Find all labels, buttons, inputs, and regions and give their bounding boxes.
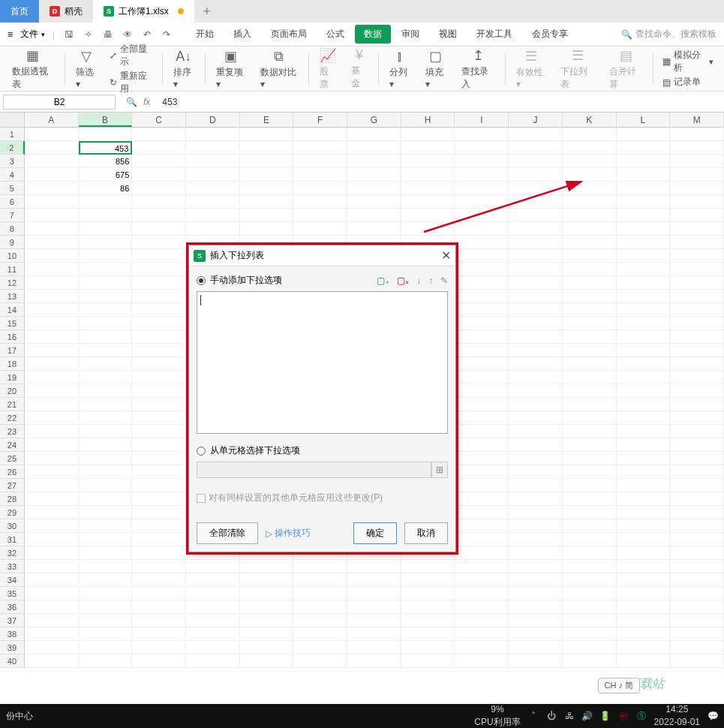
cell[interactable] [670, 263, 724, 276]
name-box[interactable]: B2 [3, 95, 116, 110]
cell[interactable] [617, 614, 671, 627]
apply-same-checkbox[interactable]: 对有同样设置的其他单元格应用这些更改(P) [197, 492, 448, 504]
cell[interactable] [347, 614, 401, 627]
fund-button[interactable]: ¥基金 [345, 50, 374, 88]
cell[interactable] [455, 317, 509, 330]
cell[interactable] [509, 209, 563, 222]
cell[interactable] [509, 398, 563, 411]
row-header[interactable]: 6 [0, 195, 25, 209]
row-header[interactable]: 16 [0, 330, 25, 344]
cell[interactable] [132, 290, 186, 303]
cell[interactable] [455, 425, 509, 438]
row-header[interactable]: 9 [0, 236, 25, 249]
row-header[interactable]: 38 [0, 627, 25, 641]
cell[interactable] [563, 222, 617, 236]
delete-option-icon[interactable]: ▢ₓ [397, 275, 409, 286]
cell[interactable] [455, 182, 509, 195]
cell[interactable] [563, 425, 617, 438]
cell[interactable] [455, 222, 509, 236]
cell[interactable] [509, 357, 563, 371]
cell[interactable] [455, 587, 509, 600]
cell[interactable] [79, 587, 133, 600]
cell[interactable] [347, 182, 401, 195]
cell[interactable] [670, 506, 724, 519]
cell[interactable] [79, 236, 133, 249]
cell[interactable] [509, 290, 563, 303]
cell[interactable] [401, 222, 455, 236]
cell[interactable] [347, 641, 401, 654]
edit-icon[interactable]: ✎ [440, 275, 448, 286]
cell[interactable] [563, 654, 617, 668]
cell[interactable] [132, 209, 186, 222]
cell[interactable] [617, 452, 671, 465]
cell[interactable] [132, 236, 186, 249]
cell[interactable] [563, 641, 617, 654]
cell[interactable] [670, 600, 724, 614]
cell[interactable] [455, 546, 509, 560]
cell[interactable] [25, 425, 79, 438]
cell[interactable] [25, 533, 79, 546]
row-header[interactable]: 8 [0, 222, 25, 236]
row-header[interactable]: 22 [0, 411, 25, 425]
cell[interactable] [79, 384, 133, 398]
cell[interactable] [240, 573, 294, 587]
move-down-icon[interactable]: ↓ [416, 275, 421, 286]
close-icon[interactable]: ✕ [441, 248, 451, 263]
cell[interactable] [240, 182, 294, 195]
cell[interactable] [509, 425, 563, 438]
cell[interactable] [25, 641, 79, 654]
menu-vip[interactable]: 会员专享 [523, 25, 577, 44]
cell[interactable] [509, 371, 563, 384]
row-header[interactable]: 14 [0, 303, 25, 317]
cell[interactable] [25, 546, 79, 560]
cell[interactable] [455, 438, 509, 452]
cell[interactable] [79, 519, 133, 533]
cell[interactable] [25, 317, 79, 330]
cell[interactable] [563, 195, 617, 209]
cell[interactable] [455, 384, 509, 398]
whatif[interactable]: ▦模拟分析▾ [662, 49, 713, 74]
split-button[interactable]: ⫿分列▾ [383, 50, 416, 88]
cell[interactable] [186, 195, 240, 209]
show-all[interactable]: ⤢全部显示 [110, 43, 153, 68]
tab-docs[interactable]: D 稻壳 [39, 0, 93, 23]
valid-button[interactable]: ☰有效性▾ [510, 50, 551, 88]
cell[interactable] [563, 357, 617, 371]
cell[interactable] [509, 317, 563, 330]
cell[interactable] [25, 384, 79, 398]
col-header-B[interactable]: B [79, 113, 133, 127]
formula-input[interactable]: 453 [158, 97, 724, 107]
lookinput-button[interactable]: ↥查找录入 [455, 50, 501, 88]
options-textarea[interactable] [197, 291, 448, 434]
row-header[interactable]: 36 [0, 600, 25, 614]
cell[interactable] [293, 614, 347, 627]
cell[interactable] [186, 209, 240, 222]
cell[interactable] [240, 627, 294, 641]
cell[interactable] [563, 168, 617, 182]
cell[interactable] [509, 560, 563, 573]
cell[interactable] [455, 344, 509, 357]
row-header[interactable]: 10 [0, 249, 25, 263]
cell[interactable] [563, 546, 617, 560]
row-header[interactable]: 2 [0, 141, 25, 155]
cell[interactable] [509, 384, 563, 398]
cell[interactable] [25, 465, 79, 479]
cell[interactable] [347, 222, 401, 236]
cell[interactable] [186, 560, 240, 573]
cell[interactable] [132, 533, 186, 546]
cell[interactable] [670, 425, 724, 438]
menu-page[interactable]: 页面布局 [262, 25, 316, 44]
cell[interactable] [132, 303, 186, 317]
cell[interactable] [509, 182, 563, 195]
cell[interactable] [132, 317, 186, 330]
cell[interactable] [132, 492, 186, 506]
cell[interactable] [401, 627, 455, 641]
cell[interactable] [670, 573, 724, 587]
row-header[interactable]: 15 [0, 317, 25, 330]
cell[interactable] [25, 128, 79, 141]
cell[interactable] [79, 222, 133, 236]
cell[interactable] [563, 128, 617, 141]
cell[interactable] [617, 263, 671, 276]
cell[interactable] [79, 290, 133, 303]
row-header[interactable]: 32 [0, 546, 25, 560]
